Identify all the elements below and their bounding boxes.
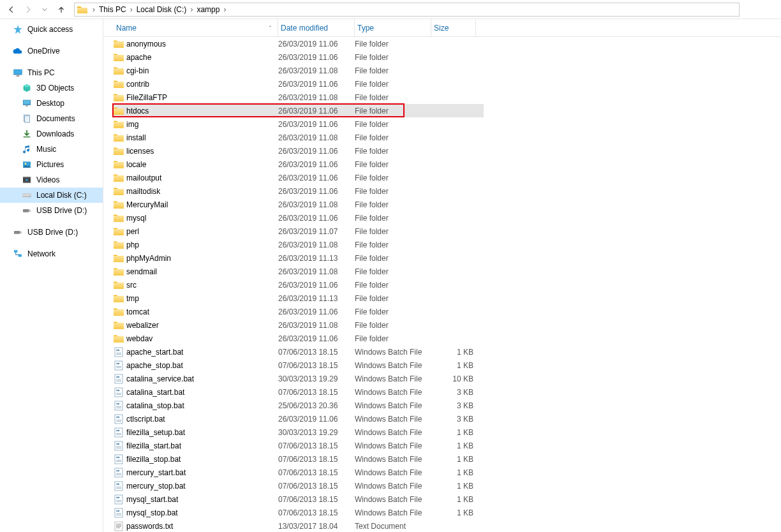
file-row[interactable]: mercury_stop.bat07/06/2013 18.15Windows …	[114, 479, 781, 492]
svg-point-56	[118, 429, 119, 431]
file-name: locale	[126, 160, 146, 169]
file-type: Windows Batch File	[355, 415, 431, 424]
sidebar-item-3d-objects[interactable]: 3D Objects	[0, 80, 103, 96]
svg-point-60	[116, 443, 117, 444]
file-row[interactable]: apache26/03/2019 11.06File folder	[114, 50, 781, 64]
sidebar-item-music[interactable]: Music	[0, 142, 103, 157]
batch-file-icon	[114, 374, 124, 384]
file-row[interactable]: webalizer26/03/2019 11.08File folder	[114, 318, 781, 332]
breadcrumb[interactable]: › This PC › Local Disk (C:) › xampp ›	[74, 3, 740, 17]
file-row[interactable]: catalina_start.bat07/06/2013 18.15Window…	[114, 385, 781, 399]
nav-up-button[interactable]	[54, 2, 69, 17]
file-row[interactable]: apache_start.bat07/06/2013 18.15Windows …	[114, 345, 781, 358]
file-name: filezilla_start.bat	[126, 441, 181, 450]
svg-rect-92	[116, 526, 121, 527]
nav-recent-dropdown[interactable]	[37, 2, 52, 17]
file-type: Windows Batch File	[355, 508, 431, 517]
file-type: Windows Batch File	[355, 482, 431, 491]
sidebar-item-network[interactable]: Network	[0, 246, 103, 262]
file-date: 26/03/2019 11.13	[278, 254, 355, 263]
file-row[interactable]: src26/03/2019 11.06File folder	[114, 278, 781, 292]
file-row[interactable]: phpMyAdmin26/03/2019 11.13File folder	[114, 251, 781, 265]
svg-rect-8	[25, 115, 30, 122]
file-row[interactable]: mailtodisk26/03/2019 11.06File folder	[114, 184, 781, 198]
file-date: 30/03/2013 19.29	[278, 428, 355, 437]
file-row[interactable]: php26/03/2019 11.08File folder	[114, 238, 781, 251]
column-header-type[interactable]: Type	[355, 19, 431, 36]
column-header-name[interactable]: Nameˆ	[114, 19, 278, 36]
file-row[interactable]: cgi-bin26/03/2019 11.08File folder	[114, 64, 781, 77]
file-row[interactable]: passwords.txt13/03/2017 18.04Text Docume…	[114, 519, 781, 532]
file-row[interactable]: contrib26/03/2019 11.06File folder	[114, 77, 781, 91]
sidebar-item-onedrive[interactable]: OneDrive	[0, 43, 103, 59]
svg-point-71	[118, 469, 119, 471]
nav-forward-button[interactable]	[20, 2, 36, 17]
file-row[interactable]: ctlscript.bat26/03/2019 11.06Windows Bat…	[114, 412, 781, 425]
file-row[interactable]: mysql_start.bat07/06/2013 18.15Windows B…	[114, 492, 781, 506]
breadcrumb-item[interactable]: xampp	[195, 5, 221, 14]
file-row[interactable]: FileZillaFTP26/03/2019 11.08File folder	[114, 91, 781, 104]
sidebar-item-documents[interactable]: Documents	[0, 111, 103, 126]
file-row[interactable]: MercuryMail26/03/2019 11.08File folder	[114, 198, 781, 211]
sidebar-item-downloads[interactable]: Downloads	[0, 126, 103, 142]
file-row[interactable]: perl26/03/2019 11.07File folder	[114, 225, 781, 238]
file-type: File folder	[355, 120, 431, 129]
file-row[interactable]: mercury_start.bat07/06/2013 18.15Windows…	[114, 466, 781, 479]
file-row[interactable]: mysql26/03/2019 11.06File folder	[114, 211, 781, 225]
folder-icon	[114, 214, 124, 222]
file-type: File folder	[355, 160, 431, 169]
chevron-right-icon[interactable]: ›	[90, 5, 98, 14]
file-type: Windows Batch File	[355, 455, 431, 464]
breadcrumb-item[interactable]: This PC	[98, 5, 128, 14]
svg-point-80	[116, 496, 117, 498]
file-row[interactable]: anonymous26/03/2019 11.06File folder	[114, 37, 781, 50]
sidebar-item-pictures[interactable]: Pictures	[0, 157, 103, 172]
sidebar-item-usb-drive-d-[interactable]: USB Drive (D:)	[0, 203, 103, 218]
file-row[interactable]: htdocs26/03/2019 11.06File folder	[114, 104, 484, 117]
file-row[interactable]: webdav26/03/2019 11.06File folder	[114, 332, 781, 345]
file-row[interactable]: apache_stop.bat07/06/2013 18.15Windows B…	[114, 358, 781, 372]
batch-file-icon	[114, 481, 124, 491]
file-row[interactable]: install26/03/2019 11.08File folder	[114, 131, 781, 144]
file-row[interactable]: locale26/03/2019 11.06File folder	[114, 158, 781, 171]
nav-back-button[interactable]	[4, 2, 19, 17]
chevron-right-icon[interactable]: ›	[188, 5, 195, 14]
file-row[interactable]: img26/03/2019 11.06File folder	[114, 117, 781, 131]
desktop-icon	[22, 98, 32, 108]
svg-rect-5	[24, 100, 31, 104]
file-date: 26/03/2019 11.06	[278, 80, 355, 89]
svg-rect-14	[23, 182, 31, 182]
breadcrumb-item[interactable]: Local Disk (C:)	[135, 5, 188, 14]
column-header-date[interactable]: Date modified	[278, 19, 355, 36]
sidebar-item-quick-access[interactable]: Quick access	[0, 22, 103, 37]
folder-icon	[114, 294, 124, 302]
file-row[interactable]: licenses26/03/2019 11.06File folder	[114, 144, 781, 158]
sidebar-item-usb-drive[interactable]: USB Drive (D:)	[0, 225, 103, 240]
file-row[interactable]: filezilla_start.bat07/06/2013 18.15Windo…	[114, 439, 781, 452]
svg-rect-28	[116, 354, 121, 355]
file-row[interactable]: filezilla_stop.bat07/06/2013 18.15Window…	[114, 452, 781, 466]
file-name: filezilla_stop.bat	[126, 455, 181, 464]
file-type: Windows Batch File	[355, 348, 431, 357]
file-row[interactable]: catalina_stop.bat25/06/2013 20.36Windows…	[114, 399, 781, 412]
file-row[interactable]: filezilla_setup.bat30/03/2013 19.29Windo…	[114, 425, 781, 439]
file-row[interactable]: tomcat26/03/2019 11.06File folder	[114, 305, 781, 318]
svg-rect-33	[116, 367, 121, 368]
sidebar-item-desktop[interactable]: Desktop	[0, 96, 103, 111]
file-name: ctlscript.bat	[126, 415, 165, 424]
file-row[interactable]: sendmail26/03/2019 11.08File folder	[114, 265, 781, 278]
file-row[interactable]: mysql_stop.bat07/06/2013 18.15Windows Ba…	[114, 506, 781, 519]
videos-icon	[22, 175, 32, 185]
file-row[interactable]: mailoutput26/03/2019 11.06File folder	[114, 171, 781, 184]
svg-rect-74	[115, 482, 123, 491]
column-header-size[interactable]: Size	[431, 19, 476, 36]
file-row[interactable]: tmp26/03/2019 11.13File folder	[114, 292, 781, 305]
file-row[interactable]: catalina_service.bat30/03/2013 19.29Wind…	[114, 372, 781, 385]
file-date: 07/06/2013 18.15	[278, 441, 355, 450]
sidebar-item-this-pc[interactable]: This PC	[0, 65, 103, 80]
sidebar-item-local-disk-c-[interactable]: Local Disk (C:)	[0, 188, 103, 203]
file-size: 1 KB	[431, 508, 476, 517]
chevron-right-icon[interactable]: ›	[128, 5, 135, 14]
sidebar-item-videos[interactable]: Videos	[0, 172, 103, 188]
chevron-right-icon[interactable]: ›	[221, 5, 228, 14]
